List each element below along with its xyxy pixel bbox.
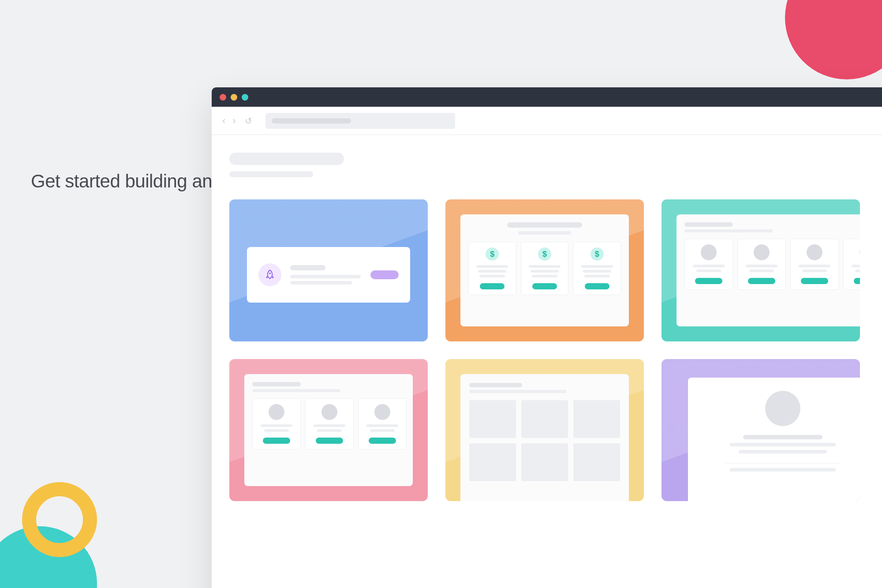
rocket-icon (258, 263, 281, 286)
component-card-banner[interactable] (229, 199, 428, 341)
decorative-circle-red (785, 0, 882, 79)
avatar-icon (765, 391, 800, 426)
page-content: $ $ $ (212, 135, 882, 501)
gallery-thumbnail (521, 400, 568, 438)
component-card-pricing[interactable]: $ $ $ (445, 199, 644, 341)
pricing-cta-button (585, 283, 609, 289)
window-close-button[interactable] (220, 94, 226, 101)
team-cta-button (695, 278, 722, 284)
team-cta-button (263, 438, 290, 444)
component-card-profile[interactable] (662, 359, 860, 501)
page-subtitle-placeholder (229, 171, 313, 177)
team-cta-button (369, 438, 396, 444)
avatar-icon (321, 404, 337, 420)
decorative-ring-yellow (22, 482, 97, 557)
gallery-thumbnail (573, 443, 620, 481)
gallery-thumbnail (469, 443, 516, 481)
gallery-thumbnail (573, 400, 620, 438)
nav-back-button[interactable]: ‹ (222, 115, 225, 127)
gallery-thumbnail (521, 443, 568, 481)
avatar-icon (754, 244, 770, 260)
team-cta-button (854, 278, 860, 284)
avatar-icon (860, 244, 860, 260)
page-title-placeholder (229, 153, 344, 165)
reload-button[interactable]: ↺ (245, 116, 252, 126)
pricing-cta-button (480, 283, 505, 289)
window-titlebar (212, 87, 882, 107)
component-grid: $ $ $ (229, 199, 882, 501)
avatar-icon (269, 404, 284, 420)
pricing-mockup: $ $ $ (460, 214, 629, 326)
gallery-mockup (460, 374, 629, 501)
gallery-thumbnail (469, 400, 516, 438)
team-cta-button (801, 278, 828, 284)
dollar-icon: $ (590, 247, 604, 261)
window-minimize-button[interactable] (231, 94, 237, 101)
banner-mockup (247, 247, 410, 303)
nav-forward-button[interactable]: › (232, 115, 235, 127)
banner-cta-button (370, 270, 399, 279)
team-cta-button (316, 438, 343, 444)
component-card-gallery[interactable] (445, 359, 644, 501)
dollar-icon: $ (538, 247, 551, 261)
component-card-team-alt[interactable] (229, 359, 428, 501)
svg-point-0 (269, 273, 270, 274)
address-bar[interactable] (265, 113, 455, 129)
avatar-icon (701, 244, 717, 260)
dollar-icon: $ (486, 247, 499, 261)
browser-window: ‹ › ↺ (212, 87, 882, 588)
team-mockup (676, 214, 860, 326)
team-cta-button (748, 278, 775, 284)
browser-toolbar: ‹ › ↺ (212, 107, 882, 135)
avatar-icon (807, 244, 822, 260)
component-card-team[interactable] (662, 199, 860, 341)
window-zoom-button[interactable] (242, 94, 248, 101)
address-bar-placeholder (272, 118, 351, 124)
team-mockup (244, 374, 413, 486)
page-header (229, 153, 882, 177)
banner-text-placeholder (290, 265, 362, 285)
avatar-icon (374, 404, 390, 420)
pricing-cta-button (532, 283, 557, 289)
profile-mockup (688, 378, 860, 501)
